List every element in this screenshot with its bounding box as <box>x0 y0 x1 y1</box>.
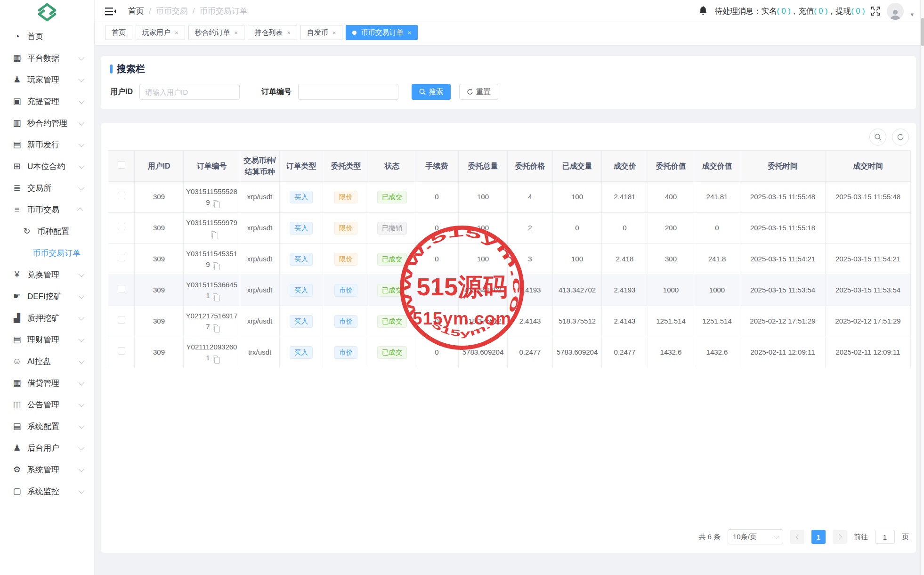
app-logo[interactable] <box>0 0 94 24</box>
close-icon[interactable]: × <box>287 29 291 36</box>
row-select-cell <box>108 337 135 368</box>
cell-user_id: 309 <box>135 306 184 337</box>
sidebar-item-label: 借贷管理 <box>27 378 79 389</box>
tab-seconds-contract-orders[interactable]: 秒合约订单× <box>188 25 245 40</box>
search-button-label: 搜索 <box>429 87 443 97</box>
order-no-input[interactable] <box>298 84 398 100</box>
sidebar-item-new-coin-issue[interactable]: ▤新币发行 <box>0 134 94 155</box>
sidebar-item-system-config[interactable]: ▤系统配置 <box>0 415 94 437</box>
pending-label-1[interactable]: 实名 <box>761 6 777 16</box>
column-header-pair: 交易币种/结算币种 <box>240 151 280 182</box>
sidebar-item-label: 玩家管理 <box>27 74 79 85</box>
cell-order_no: Y0212175169177 <box>184 306 240 337</box>
pending-count-3[interactable]: ( 0 ) <box>851 7 865 16</box>
copy-icon[interactable] <box>211 231 216 237</box>
sidebar-item-coin-config[interactable]: ↻币种配置 <box>0 220 94 242</box>
tab-self-issued-coin[interactable]: 自发币× <box>300 25 343 40</box>
tab-home[interactable]: 首页 <box>105 25 132 40</box>
sidebar-item-staking-mining[interactable]: ▟质押挖矿 <box>0 307 94 329</box>
pending-count-2[interactable]: ( 0 ) <box>814 7 827 16</box>
prev-page-button[interactable] <box>790 530 804 544</box>
current-page-button[interactable]: 1 <box>811 530 826 544</box>
breadcrumb-item[interactable]: 币币交易 <box>156 6 188 16</box>
sidebar-item-coin-trade-orders[interactable]: 币币交易订单 <box>0 242 94 264</box>
row-checkbox[interactable] <box>118 254 125 261</box>
sidebar-item-deposit-withdraw[interactable]: ▣充提管理 <box>0 90 94 112</box>
sidebar-item-label: 秒合约管理 <box>27 118 79 129</box>
sidebar-item-wealth-management[interactable]: ▤理财管理 <box>0 329 94 350</box>
pending-label-2[interactable]: 充值 <box>798 6 814 16</box>
toolbar-refresh-button[interactable] <box>892 129 909 146</box>
sidebar-item-platform-data[interactable]: ▦平台数据 <box>0 47 94 69</box>
row-checkbox[interactable] <box>118 285 125 292</box>
page-size-select[interactable]: 10条/页 <box>728 529 783 544</box>
breadcrumb-separator: / <box>149 7 151 16</box>
cell-fee: 0 <box>415 244 459 275</box>
goto-page-input[interactable] <box>875 530 895 544</box>
sidebar-item-loan-management[interactable]: ▦借贷管理 <box>0 372 94 394</box>
row-checkbox[interactable] <box>118 192 125 199</box>
row-checkbox[interactable] <box>118 347 125 355</box>
search-button[interactable]: 搜索 <box>412 84 451 100</box>
sidebar-item-coin-trade[interactable]: ≡币币交易 <box>0 199 94 220</box>
pending-count-1[interactable]: ( 0 ) <box>777 7 790 16</box>
copy-icon[interactable] <box>213 324 218 330</box>
wealth-doc-icon: ▤ <box>12 334 22 345</box>
copy-icon[interactable] <box>213 293 218 299</box>
select-all-checkbox[interactable] <box>118 161 125 169</box>
sidebar-item-defi-mining[interactable]: ☛DEFI挖矿 <box>0 285 94 307</box>
row-checkbox[interactable] <box>118 316 125 324</box>
cell-status: 已成交 <box>369 182 415 213</box>
tab-player-users[interactable]: 玩家用户× <box>136 25 185 40</box>
sidebar-item-label: 新币发行 <box>27 139 79 150</box>
row-checkbox[interactable] <box>118 223 125 230</box>
order-no-text: Y0212175169177 <box>186 312 237 331</box>
chevron-down-icon <box>79 162 85 169</box>
user-avatar[interactable] <box>887 3 904 20</box>
sidebar-item-seconds-contract[interactable]: ▥秒合约管理 <box>0 112 94 134</box>
close-icon[interactable]: × <box>332 29 336 36</box>
sidebar-item-system-management[interactable]: ⚙系统管理 <box>0 459 94 480</box>
browser-scrollbar[interactable] <box>920 0 924 575</box>
sidebar-item-ai-control[interactable]: ☺AI控盘 <box>0 350 94 372</box>
sidebar-item-home[interactable]: ◔首页 <box>0 25 94 47</box>
close-icon[interactable]: × <box>407 29 411 36</box>
fullscreen-icon[interactable] <box>871 7 880 16</box>
sidebar-item-swap-management[interactable]: ¥兑换管理 <box>0 264 94 285</box>
sidebar-item-exchange[interactable]: ≣交易所 <box>0 177 94 199</box>
ai-robot-icon: ☺ <box>12 356 22 366</box>
cell-order_type: 买入 <box>280 337 323 368</box>
user-menu-caret-icon[interactable]: ▾ <box>910 11 914 18</box>
copy-icon[interactable] <box>213 262 218 268</box>
chevron-down-icon <box>79 401 85 407</box>
collapse-sidebar-icon[interactable] <box>105 7 116 16</box>
bell-icon[interactable] <box>698 6 708 16</box>
cell-user_id: 309 <box>135 244 184 275</box>
cell-entrust_value: 300 <box>648 244 694 275</box>
sidebar-item-player-management[interactable]: ♟玩家管理 <box>0 69 94 90</box>
sidebar-item-announcement[interactable]: ◫公告管理 <box>0 394 94 415</box>
user-id-input[interactable] <box>139 84 240 100</box>
toolbar-search-button[interactable] <box>869 129 886 146</box>
sidebar-item-u-margin-contract[interactable]: ⊞U本位合约 <box>0 155 94 177</box>
sidebar-item-label: 首页 <box>27 31 94 42</box>
copy-icon[interactable] <box>213 356 218 361</box>
breadcrumb-item[interactable]: 币币交易订单 <box>199 6 247 16</box>
sidebar-item-system-monitor[interactable]: ▢系统监控 <box>0 480 94 502</box>
chevron-down-icon <box>79 292 85 299</box>
copy-icon[interactable] <box>213 200 218 206</box>
next-page-button[interactable] <box>833 530 847 544</box>
pending-label-3[interactable]: 提现 <box>835 6 851 16</box>
tab-coin-trade-orders[interactable]: 币币交易订单× <box>346 25 418 40</box>
scrollbar-thumb[interactable] <box>921 18 924 46</box>
reset-button[interactable]: 重置 <box>459 84 498 100</box>
chevron-down-icon <box>79 487 85 494</box>
tab-position-list[interactable]: 持仓列表× <box>248 25 297 40</box>
breadcrumb-item[interactable]: 首页 <box>128 6 144 16</box>
seconds-contract-icon: ▥ <box>12 118 22 128</box>
close-icon[interactable]: × <box>175 29 178 36</box>
cell-entrust_time: 2025-03-15 11:54:21 <box>740 244 826 275</box>
reset-refresh-icon <box>467 89 473 95</box>
close-icon[interactable]: × <box>235 29 238 36</box>
sidebar-item-admin-users[interactable]: ♟后台用户 <box>0 437 94 459</box>
